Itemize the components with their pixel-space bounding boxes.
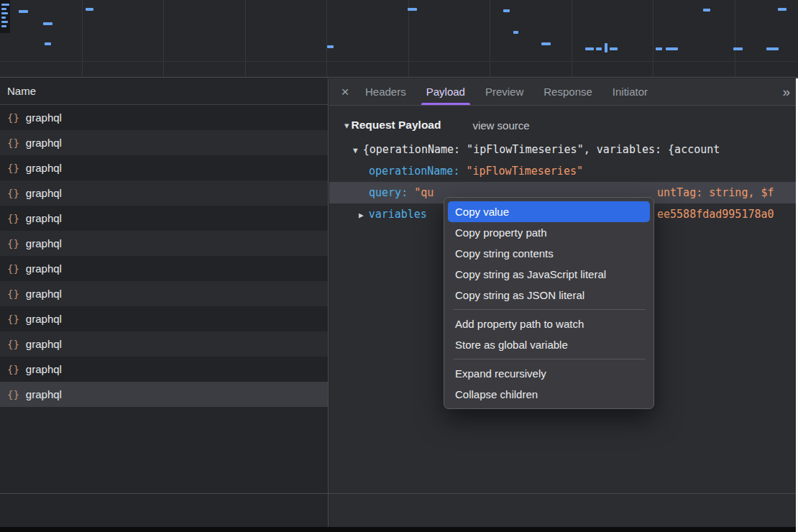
tab-initiator[interactable]: Initiator [602, 78, 658, 105]
property-value: "ipFlowTimeseries" [466, 165, 583, 178]
request-name: graphql [26, 313, 62, 325]
menu-separator [453, 309, 645, 310]
network-activity-bar [43, 22, 52, 25]
timeline-gridline [735, 0, 735, 77]
network-activity-bar [1, 25, 6, 27]
request-payload-section-header[interactable]: ▾ Request Payload view source [329, 116, 796, 134]
network-activity-bar [327, 45, 334, 48]
network-activity-bar [86, 8, 93, 11]
request-row[interactable]: {}graphql [0, 180, 328, 206]
status-bar-divider [0, 493, 798, 494]
menu-item-store-as-global-variable[interactable]: Store as global variable [448, 334, 650, 355]
details-tab-bar: × HeadersPayloadPreviewResponseInitiator… [329, 78, 796, 106]
request-list-panel: Name {}graphql{}graphql{}graphql{}graphq… [0, 78, 329, 527]
json-braces-icon: {} [7, 213, 19, 224]
timeline-gridline [163, 0, 164, 77]
timeline-gridline [572, 0, 572, 77]
network-activity-bar [1, 12, 8, 14]
property-key: variables [369, 208, 427, 221]
request-name: graphql [26, 162, 62, 174]
network-activity-bar [513, 31, 518, 34]
timeline-gridline [490, 0, 490, 77]
request-name: graphql [26, 338, 62, 350]
details-tabs: HeadersPayloadPreviewResponseInitiator [355, 78, 658, 105]
request-row[interactable]: {}graphql [0, 155, 328, 180]
menu-separator [453, 359, 645, 359]
collapse-triangle-icon[interactable]: ▾ [344, 120, 349, 131]
json-braces-icon: {} [7, 137, 19, 149]
network-activity-bar [408, 8, 417, 11]
request-row[interactable]: {}graphql [0, 306, 328, 331]
request-name: graphql [26, 212, 62, 224]
network-activity-bar [605, 43, 607, 52]
request-name: graphql [26, 288, 62, 300]
timeline-gridline [82, 0, 83, 77]
network-overview-timeline[interactable] [0, 0, 798, 78]
menu-item-copy-string-as-json-literal[interactable]: Copy string as JSON literal [448, 285, 650, 306]
request-row[interactable]: {}graphql [0, 130, 328, 155]
json-braces-icon: {} [7, 364, 19, 375]
name-column-label: Name [7, 85, 36, 97]
network-activity-bar [1, 4, 9, 6]
bottom-edge-bar [0, 527, 798, 532]
json-braces-icon: {} [7, 162, 19, 174]
devtools-network-window: Name {}graphql{}graphql{}graphql{}graphq… [0, 0, 798, 532]
request-name: graphql [26, 237, 62, 249]
timeline-horizontal-divider [0, 61, 798, 62]
menu-item-copy-property-path[interactable]: Copy property path [448, 222, 650, 243]
tab-response[interactable]: Response [533, 78, 602, 105]
property-value-right: untTag: string, $f [657, 182, 774, 203]
menu-item-copy-string-as-javascript-literal[interactable]: Copy string as JavaScript literal [448, 264, 650, 285]
more-tabs-icon[interactable]: » [782, 84, 790, 100]
request-row[interactable]: {}graphql [0, 281, 328, 306]
property-value-left: "qu [414, 186, 434, 199]
network-activity-bar [19, 10, 28, 13]
tree-row-operation-name[interactable]: operationName:"ipFlowTimeseries" [329, 160, 796, 182]
close-icon[interactable]: × [335, 84, 355, 100]
request-row[interactable]: {}graphql [0, 231, 328, 256]
request-row[interactable]: {}graphql [0, 382, 328, 407]
menu-item-expand-recursively[interactable]: Expand recursively [448, 363, 650, 384]
request-rows: {}graphql{}graphql{}graphql{}graphql{}gr… [0, 105, 328, 407]
object-preview-text: {operationName: "ipFlowTimeseries", vari… [363, 143, 720, 156]
request-name: graphql [26, 187, 62, 199]
collapsed-arrow-icon[interactable]: ▶ [359, 211, 364, 220]
name-column-header[interactable]: Name [0, 78, 328, 105]
network-activity-bar [585, 47, 594, 50]
tab-preview[interactable]: Preview [475, 78, 533, 105]
tab-headers[interactable]: Headers [355, 78, 416, 105]
network-activity-bar [45, 42, 51, 45]
expanded-arrow-icon[interactable]: ▼ [353, 146, 358, 155]
json-braces-icon: {} [7, 112, 19, 124]
view-source-link[interactable]: view source [472, 119, 529, 132]
json-braces-icon: {} [7, 389, 19, 400]
request-row[interactable]: {}graphql [0, 256, 328, 281]
menu-item-copy-value[interactable]: Copy value [448, 201, 650, 222]
tree-row-root-preview[interactable]: ▼{operationName: "ipFlowTimeseries", var… [329, 139, 796, 160]
request-row[interactable]: {}graphql [0, 357, 328, 382]
network-activity-bar [766, 47, 779, 50]
json-braces-icon: {} [7, 238, 19, 249]
timeline-gridline [245, 0, 246, 77]
json-braces-icon: {} [7, 313, 19, 325]
request-row[interactable]: {}graphql [0, 105, 328, 130]
menu-item-collapse-children[interactable]: Collapse children [448, 384, 650, 405]
request-row[interactable]: {}graphql [0, 331, 328, 357]
request-name: graphql [26, 388, 62, 400]
json-braces-icon: {} [7, 188, 19, 199]
network-activity-bar [666, 47, 678, 50]
network-activity-bar [733, 47, 743, 50]
json-braces-icon: {} [7, 339, 19, 350]
request-row[interactable]: {}graphql [0, 206, 328, 231]
json-braces-icon: {} [7, 288, 19, 300]
network-activity-bar [503, 9, 510, 12]
tab-payload[interactable]: Payload [416, 78, 475, 105]
timeline-gridline [653, 0, 653, 77]
menu-item-add-property-path-to-watch[interactable]: Add property path to watch [448, 313, 650, 334]
request-name: graphql [26, 363, 62, 375]
network-activity-bar [1, 8, 6, 10]
property-key: query: [369, 186, 408, 199]
network-activity-bar [703, 9, 710, 12]
property-value-right: ee5588fdad995178a0 [657, 203, 774, 225]
menu-item-copy-string-contents[interactable]: Copy string contents [448, 243, 650, 264]
